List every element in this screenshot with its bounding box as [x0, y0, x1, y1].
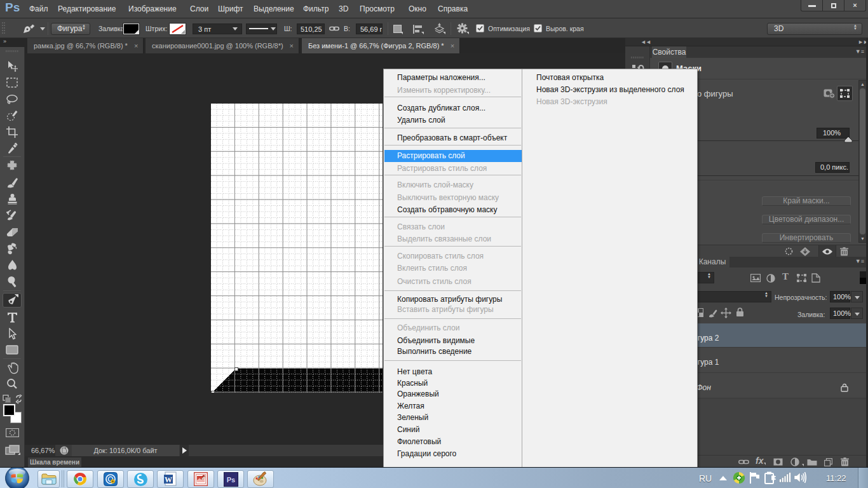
svg-text:W: W [165, 475, 172, 484]
svg-text:Ps: Ps [226, 476, 234, 484]
